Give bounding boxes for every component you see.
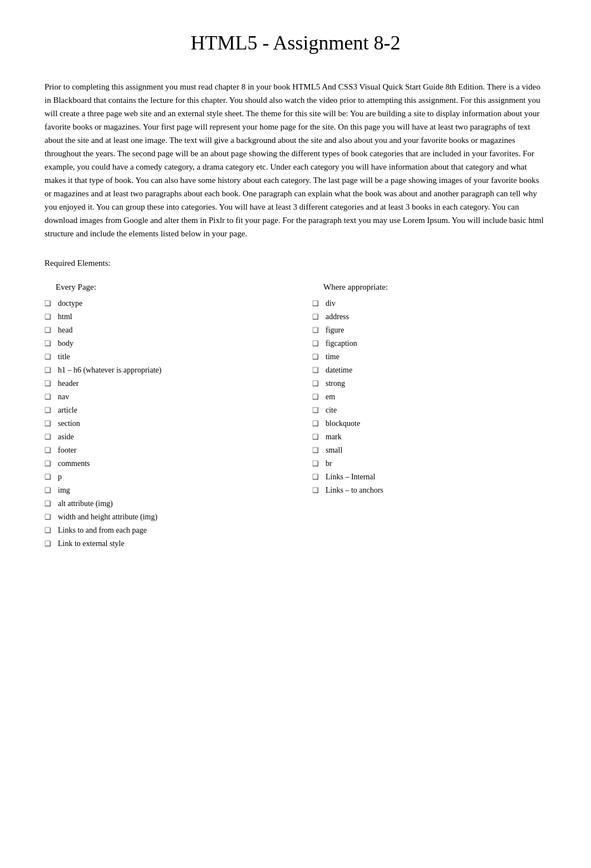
bullet-icon: ❑ [45,311,58,323]
bullet-icon: ❑ [45,512,58,523]
item-text: body [58,338,279,349]
right-column-header: Where appropriate: [312,281,546,294]
list-item: ❑figcaption [312,338,546,349]
bullet-icon: ❑ [45,325,58,336]
item-text: footer [58,444,279,456]
list-item: ❑width and height attribute (img) [45,511,279,523]
list-item: ❑nav [45,391,279,403]
list-item: ❑address [312,311,546,323]
list-item: ❑Links to and from each page [45,524,279,536]
bullet-icon: ❑ [312,445,326,456]
list-item: ❑Links – Internal [312,471,546,483]
list-item: ❑cite [312,404,546,416]
list-item: ❑blockquote [312,418,546,429]
page-title: HTML5 - Assignment 8-2 [45,28,546,58]
bullet-icon: ❑ [45,378,58,389]
item-text: blockquote [326,418,546,429]
left-column-header: Every Page: [45,281,279,294]
item-text: p [58,471,279,483]
bullet-icon: ❑ [45,445,58,456]
item-text: cite [326,404,546,416]
item-text: title [58,351,279,363]
list-item: ❑time [312,351,546,363]
bullet-icon: ❑ [45,338,58,349]
list-item: ❑h1 – h6 (whatever is appropriate) [45,364,279,376]
item-text: img [58,484,279,496]
list-item: ❑section [45,418,279,429]
list-item: ❑mark [312,431,546,443]
item-text: article [58,404,279,416]
item-text: mark [326,431,546,443]
list-item: ❑strong [312,378,546,389]
list-item: ❑Link to external style [45,538,279,549]
left-column-items: ❑doctype❑html❑head❑body❑title❑h1 – h6 (w… [45,297,279,549]
item-text: alt attribute (img) [58,498,279,509]
list-item: ❑div [312,297,546,309]
item-text: aside [58,431,279,443]
list-item: ❑head [45,324,279,336]
item-text: small [326,444,546,456]
bullet-icon: ❑ [312,298,326,309]
item-text: header [58,378,279,389]
item-text: Link to external style [58,538,279,549]
item-text: h1 – h6 (whatever is appropriate) [58,364,279,376]
item-text: em [326,391,546,403]
bullet-icon: ❑ [312,485,326,496]
bullet-icon: ❑ [312,405,326,416]
bullet-icon: ❑ [45,298,58,309]
bullet-icon: ❑ [312,458,326,469]
required-label: Required Elements: [45,257,546,270]
item-text: div [326,297,546,309]
list-item: ❑article [45,404,279,416]
list-item: ❑datetime [312,364,546,376]
bullet-icon: ❑ [45,351,58,363]
item-text: Links – to anchors [326,484,546,496]
item-text: datetime [326,364,546,376]
bullet-icon: ❑ [312,351,326,363]
list-item: ❑aside [45,431,279,443]
bullet-icon: ❑ [312,391,326,403]
bullet-icon: ❑ [312,378,326,389]
list-item: ❑img [45,484,279,496]
list-item: ❑header [45,378,279,389]
item-text: comments [58,458,279,469]
item-text: section [58,418,279,429]
list-item: ❑Links – to anchors [312,484,546,496]
list-item: ❑p [45,471,279,483]
list-item: ❑doctype [45,297,279,309]
list-item: ❑body [45,338,279,349]
item-text: head [58,324,279,336]
bullet-icon: ❑ [45,525,58,536]
bullet-icon: ❑ [312,472,326,483]
item-text: figcaption [326,338,546,349]
list-item: ❑html [45,311,279,323]
bullet-icon: ❑ [45,458,58,469]
bullet-icon: ❑ [45,391,58,403]
item-text: doctype [58,297,279,309]
list-item: ❑alt attribute (img) [45,498,279,509]
item-text: figure [326,324,546,336]
item-text: width and height attribute (img) [58,511,279,523]
bullet-icon: ❑ [45,538,58,549]
item-text: br [326,458,546,469]
list-item: ❑comments [45,458,279,469]
bullet-icon: ❑ [312,325,326,336]
bullet-icon: ❑ [312,431,326,443]
bullet-icon: ❑ [45,498,58,509]
right-column-items: ❑div❑address❑figure❑figcaption❑time❑date… [312,297,546,496]
bullet-icon: ❑ [45,431,58,443]
item-text: Links to and from each page [58,524,279,536]
bullet-icon: ❑ [45,485,58,496]
right-column: Where appropriate: ❑div❑address❑figure❑f… [312,281,546,498]
list-item: ❑figure [312,324,546,336]
bullet-icon: ❑ [312,418,326,429]
bullet-icon: ❑ [312,338,326,349]
item-text: address [326,311,546,323]
intro-paragraph: Prior to completing this assignment you … [45,80,546,240]
item-text: time [326,351,546,363]
item-text: strong [326,378,546,389]
item-text: Links – Internal [326,471,546,483]
list-item: ❑footer [45,444,279,456]
list-item: ❑small [312,444,546,456]
bullet-icon: ❑ [45,365,58,376]
